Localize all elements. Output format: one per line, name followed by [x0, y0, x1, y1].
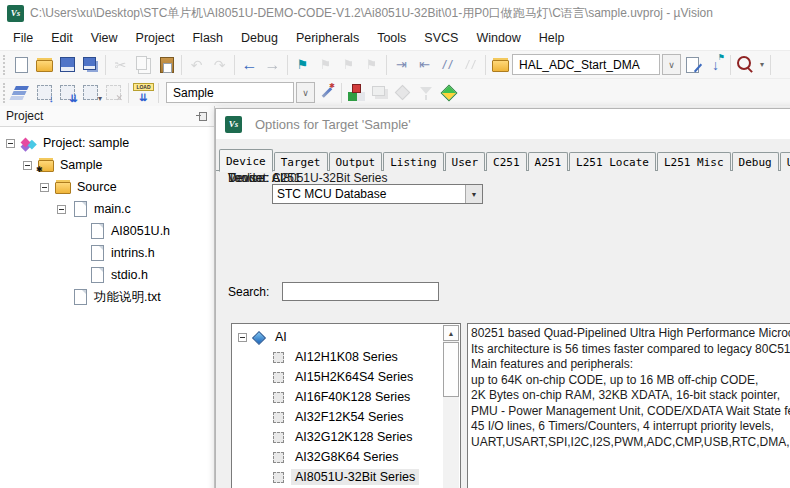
dialog-title-bar[interactable]: Options for Target 'Sample' [216, 109, 790, 139]
expander-icon[interactable] [57, 205, 66, 214]
project-tree-row[interactable]: Project: sample [0, 132, 214, 154]
device-list-scrollbar[interactable] [443, 325, 459, 488]
translate-icon[interactable] [10, 81, 33, 104]
menu-item[interactable]: Debug [232, 28, 287, 48]
sep-icon [105, 55, 106, 75]
bookmark-icon[interactable] [291, 53, 314, 76]
expander-icon[interactable] [40, 183, 49, 192]
bookmark-prev-icon [314, 53, 337, 76]
folder-icon[interactable] [55, 179, 71, 195]
dialog-tab[interactable]: Output [329, 152, 383, 171]
project-tree-row[interactable]: 功能说明.txt [0, 286, 214, 308]
dialog-tab[interactable]: L251 Misc [657, 152, 731, 171]
description-line: PMU - Power Management Unit, CODE/XDATA … [471, 404, 790, 420]
expander-icon[interactable] [23, 161, 32, 170]
menu-item[interactable]: Flash [183, 28, 232, 48]
menu-item[interactable]: View [82, 28, 127, 48]
dialog-tab[interactable]: L251 Locate [569, 152, 656, 171]
menu-item[interactable]: Peripherals [287, 28, 368, 48]
description-line: UART,USART,SPI,I2C,I2S,PWM,ADC,CMP,USB,R… [471, 435, 790, 451]
expander-icon[interactable] [6, 139, 15, 148]
comment-icon[interactable] [436, 53, 459, 76]
find-q-icon[interactable] [734, 53, 757, 76]
new-file-icon[interactable] [10, 53, 33, 76]
download-button[interactable]: LOAD [132, 81, 155, 104]
expander-icon[interactable] [238, 333, 247, 342]
rebuild-icon[interactable] [56, 81, 79, 104]
file-header-icon[interactable] [89, 223, 105, 239]
back-icon[interactable] [238, 53, 261, 76]
target-group-icon[interactable] [38, 157, 54, 173]
project-tree-row[interactable]: intrins.h [0, 242, 214, 264]
wand-icon[interactable] [315, 81, 338, 104]
pack-icon[interactable] [437, 81, 460, 104]
scrollbar-thumb[interactable] [443, 342, 459, 397]
open-folder-icon[interactable] [33, 53, 56, 76]
file-source-icon[interactable] [72, 201, 88, 217]
pin-icon[interactable] [196, 110, 208, 122]
project-tree-row[interactable]: AI8051U.h [0, 220, 214, 242]
menu-item[interactable]: Help [530, 28, 574, 48]
device-description: 80251 based Quad-Pipelined Ultra High Pe… [467, 323, 790, 488]
search-input[interactable] [282, 282, 439, 301]
device-series-row[interactable]: AI16F40K128 Series [232, 387, 460, 407]
device-vendor-row[interactable]: AI [232, 327, 460, 347]
paste-icon[interactable] [155, 53, 178, 76]
batch-build-icon[interactable] [79, 81, 102, 104]
project-tree-row[interactable]: Sample [0, 154, 214, 176]
function-combo-dropdown[interactable] [662, 54, 681, 75]
target-combo-dropdown[interactable] [296, 82, 315, 103]
doc-pencil-icon[interactable] [681, 53, 704, 76]
device-series-row[interactable]: AI15H2K64S4 Series [232, 367, 460, 387]
menu-item[interactable]: Project [127, 28, 184, 48]
copy-icon [132, 53, 155, 76]
device-series-label: AI32F12K54 Series [291, 409, 407, 425]
function-combo[interactable]: HAL_ADC_Start_DMA [512, 54, 660, 75]
dropdown-caret-icon[interactable] [757, 60, 767, 69]
project-tree-row[interactable]: Source [0, 176, 214, 198]
components-icon[interactable] [345, 81, 368, 104]
target-combo[interactable]: Sample [166, 82, 294, 103]
file-header-icon[interactable] [89, 245, 105, 261]
file-text-icon[interactable] [72, 289, 88, 305]
dialog-tab[interactable]: Utilities [780, 152, 790, 171]
dialog-tab[interactable]: C251 [486, 152, 527, 171]
dialog-tab[interactable]: Debug [732, 152, 779, 171]
dialog-tab[interactable]: User [445, 152, 486, 171]
database-combo-dropdown[interactable] [465, 185, 482, 203]
file-header-icon[interactable] [89, 267, 105, 283]
menu-item[interactable]: SVCS [415, 28, 467, 48]
uvision-logo-icon [225, 116, 242, 133]
device-series-row[interactable]: AI32G8K64 Series [232, 447, 460, 467]
toolbar-grip[interactable] [3, 55, 7, 75]
menu-item[interactable]: Window [467, 28, 529, 48]
description-line: up to 64K on-chip CODE, up to 16 MB off-… [471, 373, 790, 389]
project-tree-row[interactable]: stdio.h [0, 264, 214, 286]
outdent-icon[interactable] [413, 53, 436, 76]
toolbar-grip[interactable] [3, 83, 7, 103]
project-tree-row[interactable]: main.c [0, 198, 214, 220]
description-line: Its architecture is 56 times faster comp… [471, 342, 790, 358]
open-folder-icon[interactable] [489, 53, 512, 76]
scroll-up-icon[interactable] [443, 325, 459, 341]
database-combo[interactable]: STC MCU Database [272, 184, 483, 204]
indent-icon[interactable] [390, 53, 413, 76]
dialog-tab[interactable]: A251 [528, 152, 569, 171]
save-all-icon[interactable] [79, 53, 102, 76]
device-series-row[interactable]: AI12H1K08 Series [232, 347, 460, 367]
device-series-row[interactable]: AI8051U-32Bit Series [232, 467, 460, 487]
device-series-row[interactable]: AI32G12K128 Series [232, 427, 460, 447]
menu-item[interactable]: Tools [368, 28, 415, 48]
project-panel-header: Project [0, 106, 214, 127]
save-icon[interactable] [56, 53, 79, 76]
device-series-row[interactable]: AI32F12K54 Series [232, 407, 460, 427]
menu-item[interactable]: Edit [42, 28, 82, 48]
menu-item[interactable]: File [4, 28, 42, 48]
build-icon[interactable] [33, 81, 56, 104]
dialog-tab[interactable]: Target [274, 152, 328, 171]
dialog-tab[interactable]: Device [219, 149, 273, 172]
jump-arrow-icon[interactable] [704, 53, 727, 76]
info-field-value: C251 [272, 171, 301, 185]
project-target-icon[interactable] [21, 135, 37, 151]
dialog-tab[interactable]: Listing [383, 152, 443, 171]
